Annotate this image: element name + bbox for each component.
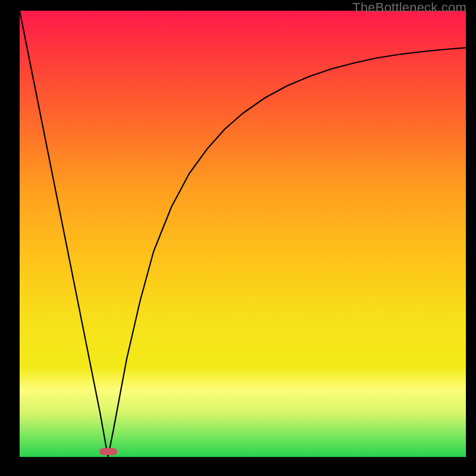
- chart-frame: TheBottleneck.com: [0, 0, 476, 476]
- watermark-text: TheBottleneck.com: [352, 0, 466, 15]
- optimal-marker: [99, 448, 117, 455]
- plot-area: [20, 11, 466, 457]
- curve-svg: [20, 11, 466, 457]
